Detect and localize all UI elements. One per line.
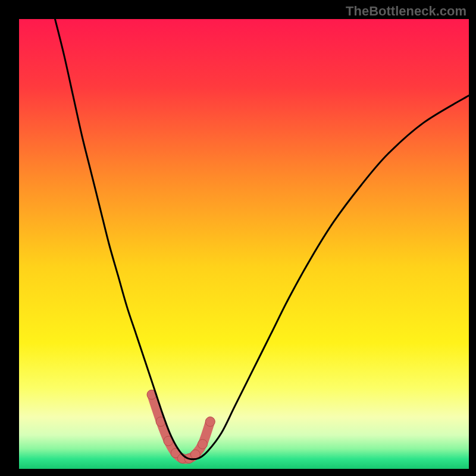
plot-area — [19, 19, 469, 469]
curve-path — [55, 19, 469, 459]
watermark-text: TheBottleneck.com — [346, 4, 466, 19]
bottleneck-curve — [19, 19, 469, 469]
highlight-dot — [198, 439, 207, 449]
highlight-dot — [205, 417, 215, 427]
highlight-segment — [152, 394, 210, 459]
chart-frame: TheBottleneck.com — [0, 0, 476, 476]
